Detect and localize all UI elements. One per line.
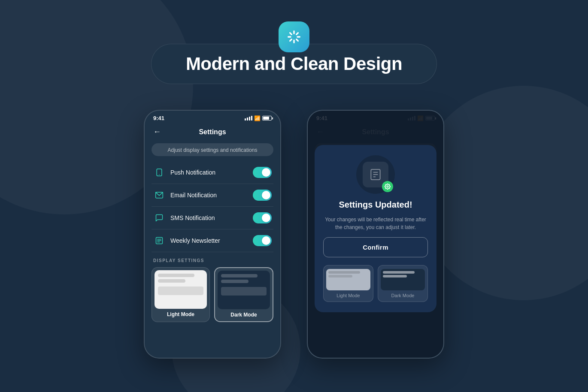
modal-light-mode-card[interactable]: Light Mode (323, 265, 373, 302)
modal-mode-cards: Light Mode Dark Mode (323, 265, 428, 302)
push-notif-label: Push Notification (170, 169, 253, 176)
sms-notif-label: SMS Notification (170, 214, 253, 221)
battery-icon-left (262, 116, 272, 121)
phone-left: 9:41 📶 ← Settings Adjust di (144, 110, 281, 359)
light-mode-preview (155, 270, 207, 309)
modal-dark-mode-card[interactable]: Dark Mode (378, 265, 428, 302)
email-notif-toggle[interactable] (253, 190, 272, 201)
light-mode-card[interactable]: Light Mode (152, 267, 210, 322)
header-icon-bubble (279, 21, 309, 52)
push-notif-toggle[interactable] (253, 167, 272, 178)
notif-row-sms: SMS Notification (152, 207, 273, 229)
notif-row-email: Email Notification (152, 184, 273, 207)
phone-right: 9:41 📶 ← Settings Adjust di (307, 110, 444, 359)
modal-light-mode-label: Light Mode (336, 293, 360, 298)
gear-badge (382, 181, 393, 192)
modal-description: Your changes will be reflected real time… (323, 216, 428, 231)
dark-mode-card[interactable]: Dark Mode (214, 267, 273, 322)
light-mode-label: Light Mode (152, 311, 209, 317)
nav-title-left: Settings (199, 128, 226, 136)
phone-icon (153, 166, 165, 178)
status-time-left: 9:41 (153, 115, 164, 121)
sparkle-icon (287, 30, 301, 44)
notif-row-push: Push Notification (152, 161, 273, 184)
settings-device-icon (369, 168, 382, 181)
dark-mode-label: Dark Mode (215, 312, 273, 318)
phones-container: 9:41 📶 ← Settings Adjust di (0, 110, 588, 359)
subtitle-text-left: Adjust display settings and notification… (168, 147, 258, 153)
modal-dark-preview (381, 269, 425, 290)
sms-notif-toggle[interactable] (253, 212, 272, 223)
email-notif-label: Email Notification (170, 192, 253, 199)
page-title: Modern and Clean Design (186, 54, 402, 74)
svg-rect-0 (157, 169, 162, 176)
wifi-icon-left: 📶 (254, 115, 261, 121)
newsletter-notif-toggle[interactable] (253, 235, 272, 246)
modal-overlay: Settings Updated! Your changes will be r… (308, 111, 443, 358)
mode-cards-left: Light Mode Dark Mode (152, 267, 273, 322)
header: Modern and Clean Design (0, 0, 588, 84)
nav-bar-left: ← Settings (145, 124, 280, 142)
back-button-left[interactable]: ← (153, 127, 161, 136)
svg-point-12 (387, 186, 388, 187)
modal-dark-mode-label: Dark Mode (391, 293, 415, 298)
subtitle-pill-left: Adjust display settings and notification… (152, 143, 273, 156)
notif-row-newsletter: Weekly Newsletter (152, 229, 273, 252)
confirm-button[interactable]: Confirm (323, 237, 428, 257)
signal-icon-left (245, 116, 252, 121)
sms-icon (153, 212, 165, 224)
modal-card: Settings Updated! Your changes will be r… (315, 145, 436, 312)
display-section-label: DISPLAY SETTINGS (153, 258, 272, 263)
newsletter-notif-label: Weekly Newsletter (170, 237, 253, 244)
status-bar-left: 9:41 📶 (145, 111, 280, 124)
dark-mode-preview (218, 271, 270, 309)
newsletter-icon (153, 235, 165, 247)
modal-light-preview (326, 269, 370, 290)
gear-icon (385, 184, 391, 190)
modal-icon-wrap (356, 155, 395, 194)
email-icon (153, 189, 165, 201)
status-icons-left: 📶 (245, 115, 272, 121)
phone-content-left: Adjust display settings and notification… (145, 143, 280, 322)
modal-title: Settings Updated! (339, 200, 412, 210)
